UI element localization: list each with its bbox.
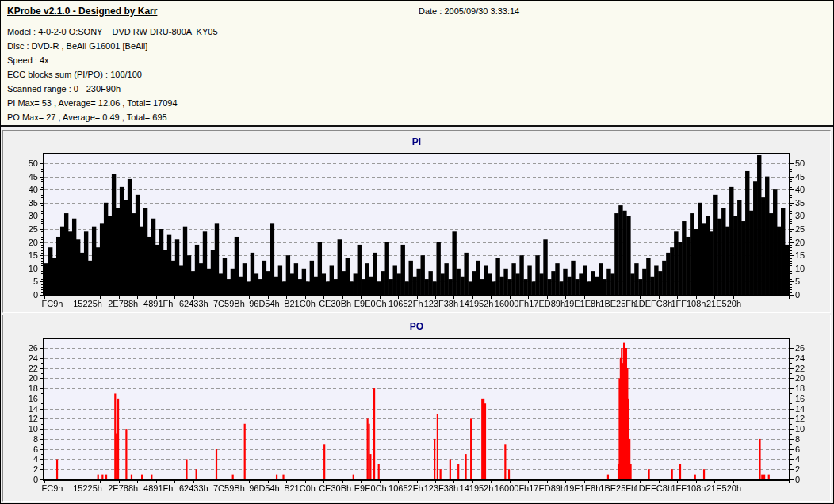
po-panel: PO 0022446688101012121414161618182020222… (2, 315, 831, 502)
y-tick-label: 8 (11, 434, 38, 444)
y-tick-label: 40 (795, 185, 822, 194)
y-tick-label: 26 (11, 343, 38, 353)
y-tick-label: 15 (11, 250, 38, 260)
y-tick-label: 10 (795, 424, 822, 433)
app-title-link[interactable]: KProbe v2.1.0 - Designed by Karr (7, 6, 157, 17)
y-tick-label: 18 (11, 384, 38, 393)
y-tick-label: 16 (11, 394, 38, 403)
info-line-range: Scanned range : 0 - 230F90h (7, 84, 121, 94)
kprobe-window: KProbe v2.1.0 - Designed by Karr Date : … (0, 0, 834, 504)
info-line-ecc: ECC blocks sum (PI/PO) : 100/100 (7, 70, 142, 79)
y-tick-label: 20 (795, 373, 822, 383)
y-tick-label: 6 (11, 445, 38, 454)
y-tick-label: 45 (795, 172, 822, 181)
y-tick-label: 22 (11, 364, 38, 373)
info-line-pi-stats: PI Max= 53 , Average= 12.06 , Total= 170… (7, 98, 178, 108)
y-tick-label: 20 (11, 373, 38, 383)
y-tick-label: 50 (795, 158, 822, 168)
y-tick-label: 35 (11, 198, 38, 208)
po-plot-canvas (3, 315, 830, 501)
info-line-model: Model : 4-0-2-0 O:SONY DVD RW DRU-800A K… (7, 27, 218, 36)
y-tick-label: 40 (11, 185, 38, 194)
y-tick-label: 14 (795, 404, 822, 414)
y-tick-label: 18 (795, 384, 822, 393)
y-tick-label: 10 (11, 424, 38, 433)
y-tick-label: 25 (795, 224, 822, 234)
y-tick-label: 15 (795, 250, 822, 260)
y-tick-label: 8 (795, 434, 822, 444)
info-line-po-stats: PO Max= 27 , Average= 0.49 , Total= 695 (7, 113, 167, 122)
y-tick-label: 5 (795, 277, 822, 286)
info-line-speed: Speed : 4x (7, 55, 49, 65)
y-tick-label: 2 (11, 464, 38, 474)
y-tick-label: 20 (795, 238, 822, 247)
y-tick-label: 12 (795, 414, 822, 423)
y-tick-label: 45 (11, 172, 38, 181)
y-tick-label: 2 (795, 464, 822, 474)
y-tick-label: 25 (11, 224, 38, 234)
y-tick-label: 14 (11, 404, 38, 414)
pi-plot-canvas (3, 131, 830, 312)
scan-info-box: KProbe v2.1.0 - Designed by Karr Date : … (1, 1, 833, 127)
info-line-disc: Disc : DVD-R , BeAll G16001 [BeAll] (7, 41, 147, 51)
pi-panel: PI 0055101015152020252530303535404045455… (2, 130, 831, 313)
y-tick-label: 30 (11, 211, 38, 220)
pi-chart-title: PI (3, 136, 830, 147)
y-tick-label: 30 (795, 211, 822, 220)
y-tick-label: 16 (795, 394, 822, 403)
x-tick-label: 21E520h (700, 483, 748, 493)
y-tick-label: 24 (795, 353, 822, 363)
y-tick-label: 50 (11, 158, 38, 168)
y-tick-label: 22 (795, 364, 822, 373)
y-tick-label: 4 (11, 454, 38, 464)
y-tick-label: 0 (795, 475, 822, 484)
po-chart-title: PO (3, 321, 830, 332)
y-tick-label: 5 (11, 277, 38, 286)
y-tick-label: 6 (795, 445, 822, 454)
x-tick-label: 21E520h (700, 299, 748, 308)
y-tick-label: 24 (11, 353, 38, 363)
y-tick-label: 0 (795, 290, 822, 300)
scan-date: Date : 2005/09/30 3:33:14 (419, 6, 519, 16)
y-tick-label: 26 (795, 343, 822, 353)
y-tick-label: 12 (11, 414, 38, 423)
y-tick-label: 10 (11, 264, 38, 273)
y-tick-label: 4 (795, 454, 822, 464)
y-tick-label: 20 (11, 238, 38, 247)
y-tick-label: 35 (795, 198, 822, 208)
y-tick-label: 10 (795, 264, 822, 273)
